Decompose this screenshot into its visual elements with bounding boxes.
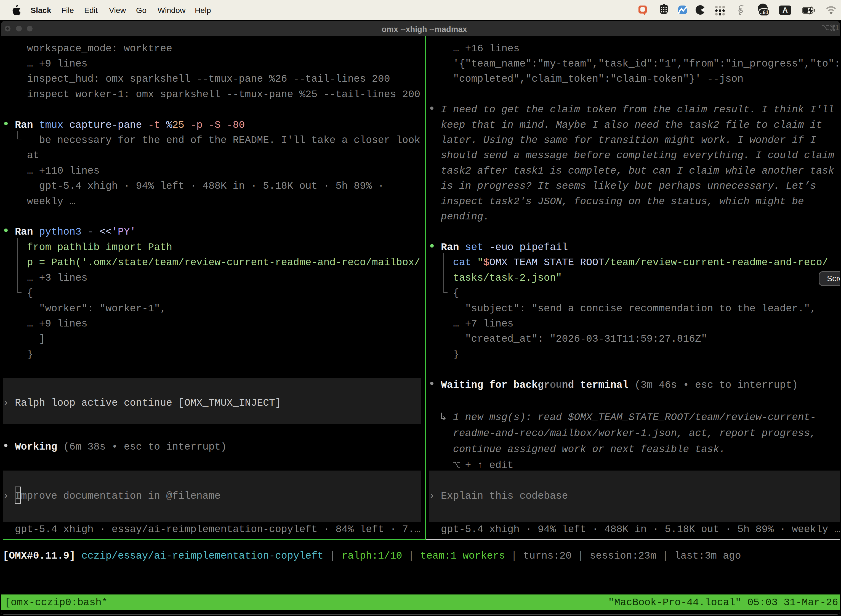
svg-text:1: 1 <box>835 23 839 32</box>
